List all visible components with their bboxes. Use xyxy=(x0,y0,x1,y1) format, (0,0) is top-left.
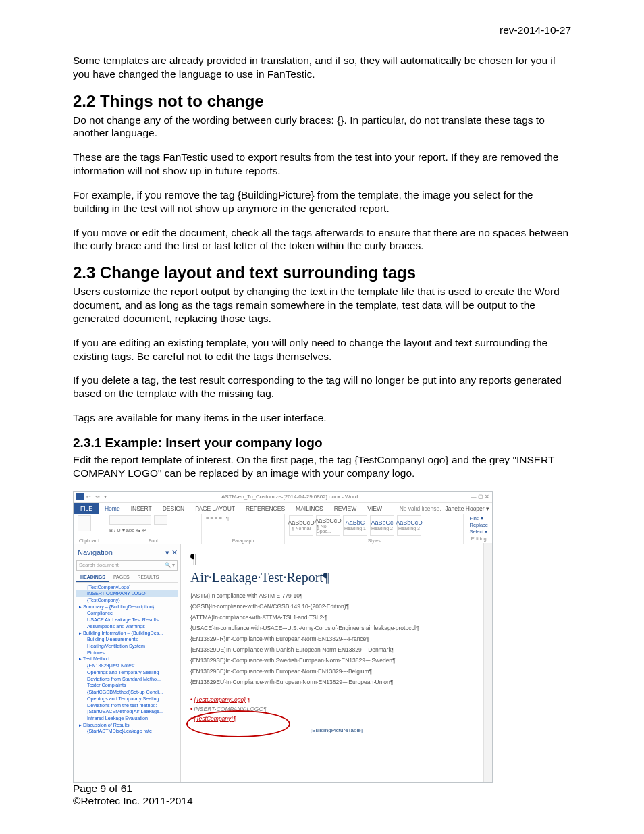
paragraph-mark: ¶ xyxy=(190,550,483,567)
nav-tab-results[interactable]: RESULTS xyxy=(134,573,163,582)
group-paragraph: Paragraph xyxy=(206,538,280,543)
ribbon: Clipboard B I U ▾ abc x₂ x² Font ≡ ≡ ≡ ≡… xyxy=(74,514,492,544)
style-no-spacing[interactable]: AaBbCcD¶ No Spac... xyxy=(316,515,340,536)
copyright: ©Retrotec Inc. 2011-2014 xyxy=(73,795,193,807)
group-editing: Editing xyxy=(469,536,488,542)
nav-tree-item[interactable]: Openings and Temporary Sealing xyxy=(76,696,178,702)
compliance-line: {EN13829FR}In·Compliance·with·European·N… xyxy=(190,635,483,642)
find-button[interactable]: Find ▾ xyxy=(469,515,488,521)
tag-testcompanylogo: {TestCompanyLogo} xyxy=(194,696,246,703)
replace-button[interactable]: Replace xyxy=(469,522,488,528)
nav-tree-item[interactable]: Openings and Temporary Sealing xyxy=(76,669,178,676)
nav-tree-item[interactable]: USACE Air Leakage Test Results xyxy=(76,617,178,623)
heading-2-2: 2.2 Things not to change xyxy=(73,92,571,111)
nav-tree-item[interactable]: ▸ Building Information – {BuildingDes... xyxy=(76,630,178,637)
nav-tree-item[interactable]: {TestCompanyLogo} xyxy=(76,584,178,591)
nav-tree-item[interactable]: ▸ Test Method xyxy=(76,656,178,662)
nav-tree-item[interactable]: Tester Complaints xyxy=(76,682,178,689)
nav-tree-item[interactable]: INSERT COMPANY LOGO xyxy=(76,590,178,597)
nav-tab-pages[interactable]: PAGES xyxy=(109,573,134,582)
search-icon[interactable]: 🔍 ▾ xyxy=(165,562,175,568)
nav-search-input[interactable]: Search document🔍 ▾ xyxy=(76,560,178,571)
nav-tree-item[interactable]: Pictures xyxy=(76,650,178,656)
s22-p3: For example, if you remove the tag {Buil… xyxy=(73,188,571,215)
window-controls[interactable]: — ▢ ✕ xyxy=(471,494,489,500)
word-titlebar: ⤺ ⤻ ▾ ASTM-en_To_Customize-[2014-04-29 0… xyxy=(74,492,492,503)
tab-page-layout[interactable]: PAGE LAYOUT xyxy=(190,505,240,512)
style-heading3[interactable]: AaBbCcDHeading 3 xyxy=(397,515,421,536)
s22-p2: These are the tags FanTestic used to exp… xyxy=(73,151,571,178)
style-normal[interactable]: AaBbCcD¶ Normal xyxy=(289,515,313,536)
paragraph-buttons[interactable]: ≡ ≡ ≡ ≡ ¶ xyxy=(206,515,280,521)
page-footer: Page 9 of 61 ©Retrotec Inc. 2011-2014 xyxy=(73,783,193,807)
compliance-line: {EN13829EU}In·Compliance·with·European·N… xyxy=(190,679,483,685)
font-family-dropdown[interactable] xyxy=(109,515,151,525)
quick-access-toolbar[interactable]: ⤺ ⤻ ▾ xyxy=(86,494,108,500)
style-heading1[interactable]: AaBbCHeading 1 xyxy=(343,515,367,536)
nav-tree-item[interactable]: ▸ Summary – {BuildingDescription} xyxy=(76,604,178,610)
nav-tree-item[interactable]: Infrared Leakage Evaluation xyxy=(76,715,178,722)
s23-p2: If you are editing an existing template,… xyxy=(73,336,571,363)
group-clipboard: Clipboard xyxy=(78,538,101,543)
ribbon-tabs: FILE Home INSERT DESIGN PAGE LAYOUT REFE… xyxy=(74,503,492,514)
revision-date: rev-2014-10-27 xyxy=(73,24,571,36)
compliance-line: {EN13829DE}In·Compliance·with·Danish·Eur… xyxy=(190,646,483,653)
nav-tree-item[interactable]: {StartASTMDisc}Leakage rate xyxy=(76,728,178,735)
compliance-line: {EN13829BE}In·Compliance·with·European·N… xyxy=(190,668,483,675)
nav-tree[interactable]: {TestCompanyLogo}INSERT COMPANY LOGO{Tes… xyxy=(76,584,178,735)
compliance-line: {CGSB}In·compliance·with·CAN/CGSB·149.10… xyxy=(190,603,483,610)
s23-p4: Tags are available for many items in the… xyxy=(73,411,571,425)
doc-title: Air·Leakage·Test·Report¶ xyxy=(190,570,483,585)
nav-tab-headings[interactable]: HEADINGS xyxy=(76,573,109,582)
compliance-line: {ATTMA}In·compliance·with·ATTMA·TSL1·and… xyxy=(190,614,483,621)
nav-tree-item[interactable]: Assumptions and warnings xyxy=(76,623,178,630)
nav-tree-item[interactable]: {EN13829}Test Notes: xyxy=(76,662,178,669)
tab-home[interactable]: Home xyxy=(99,505,126,512)
s23-p3: If you delete a tag, the test result cor… xyxy=(73,373,571,400)
red-ellipse-annotation xyxy=(186,710,290,737)
license-notice: No valid license. xyxy=(400,505,446,512)
compliance-line: {ASTM}In·compliance·with·ASTM·E·779-10¶ xyxy=(190,592,483,599)
vertical-scrollbar[interactable] xyxy=(483,543,492,782)
heading-2-3-1: 2.3.1 Example: Insert your company logo xyxy=(73,436,571,450)
nav-tree-item[interactable]: {TestCompany} xyxy=(76,597,178,604)
nav-tree-item[interactable]: {StartCGSBMethod}Set-up Condi... xyxy=(76,689,178,696)
nav-tree-item[interactable]: Building Measurements xyxy=(76,636,178,643)
tab-references[interactable]: REFERENCES xyxy=(240,505,290,512)
nav-tree-item[interactable]: Deviations from Standard Metho... xyxy=(76,676,178,683)
select-button[interactable]: Select ▾ xyxy=(469,529,488,535)
group-styles: Styles xyxy=(289,538,459,543)
heading-2-3: 2.3 Change layout and text surrounding t… xyxy=(73,263,571,282)
nav-tree-item[interactable]: Deviations from the test method: xyxy=(76,702,178,709)
nav-title: Navigation xyxy=(78,548,113,557)
tab-insert[interactable]: INSERT xyxy=(126,505,157,512)
doc-filename: ASTM-en_To_Customize-[2014-04-29 0802].d… xyxy=(108,494,471,500)
compliance-line: {USACE}In·compliance·with·USACE–·U.S.·Ar… xyxy=(190,625,483,631)
navigation-pane: Navigation▾ ✕ Search document🔍 ▾ HEADING… xyxy=(74,544,181,783)
document-canvas[interactable]: ¶ Air·Leakage·Test·Report¶ {ASTM}In·comp… xyxy=(181,544,492,783)
group-font: Font xyxy=(109,538,197,543)
s22-p4: If you move or edit the document, check … xyxy=(73,226,571,253)
font-buttons[interactable]: B I U ▾ abc x₂ x² xyxy=(109,527,146,533)
user-name[interactable]: Janette Hooper ▾ xyxy=(446,505,492,512)
nav-tree-item[interactable]: ▸ Discussion of Results xyxy=(76,722,178,729)
s22-p1: Do not change any of the wording between… xyxy=(73,113,571,140)
word-screenshot: ⤺ ⤻ ▾ ASTM-en_To_Customize-[2014-04-29 0… xyxy=(73,491,493,783)
page-number: Page 9 of 61 xyxy=(73,783,193,795)
font-size-dropdown[interactable] xyxy=(154,515,167,525)
s231-p1: Edit the report template of interest. On… xyxy=(73,453,571,480)
tab-view[interactable]: VIEW xyxy=(362,505,387,512)
nav-tree-item[interactable]: Compliance xyxy=(76,610,178,617)
intro-paragraph: Some templates are already provided in t… xyxy=(73,54,571,81)
paste-button[interactable] xyxy=(78,515,91,531)
style-heading2[interactable]: AaBbCcHeading 2 xyxy=(370,515,394,536)
nav-tree-item[interactable]: {StartUSACEMethod}Air Leakage... xyxy=(76,708,178,715)
nav-tree-item[interactable]: Heating/Ventilation System xyxy=(76,643,178,650)
tab-design[interactable]: DESIGN xyxy=(157,505,190,512)
nav-close-icon[interactable]: ▾ ✕ xyxy=(165,548,178,557)
tab-review[interactable]: REVIEW xyxy=(329,505,363,512)
tab-file[interactable]: FILE xyxy=(74,503,99,514)
compliance-line: {EN13829SE}In·Compliance·with·Swedish·Eu… xyxy=(190,657,483,664)
tab-mailings[interactable]: MAILINGS xyxy=(290,505,329,512)
s23-p1: Users customize the report output by cha… xyxy=(73,285,571,325)
